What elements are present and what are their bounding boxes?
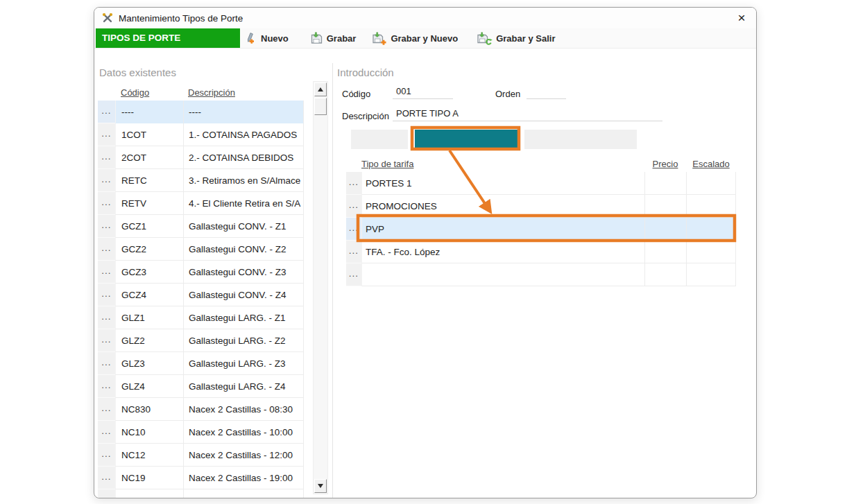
row-codigo: GCZ2 xyxy=(115,238,183,261)
row-codigo: NC830 xyxy=(115,398,183,421)
table-row[interactable]: ... GCZ1 Gallastegui CONV. - Z1 xyxy=(98,215,304,238)
tab[interactable] xyxy=(351,130,408,149)
row-options-button[interactable]: ... xyxy=(98,215,115,238)
row-options-button[interactable]: ... xyxy=(98,146,115,169)
table-row[interactable]: ... GCZ3 Gallastegui CONV. - Z3 xyxy=(98,261,304,284)
descripcion-column-header[interactable]: Descripción xyxy=(183,87,304,98)
row-descripcion: Gallastegui LARG. - Z1 xyxy=(183,306,304,329)
introduccion-title: Introducción xyxy=(337,67,394,78)
save-and-new-icon xyxy=(372,32,387,45)
tab[interactable] xyxy=(415,130,519,149)
row-options-button[interactable]: ... xyxy=(98,123,115,146)
row-codigo: NCB xyxy=(115,489,183,498)
scroll-down-button[interactable] xyxy=(314,479,327,493)
scrollbar-thumb[interactable] xyxy=(314,98,327,115)
row-options-button[interactable]: ... xyxy=(98,467,115,489)
table-row[interactable]: ... GCZ4 Gallastegui CONV. - Z4 xyxy=(98,284,304,306)
nuevo-button[interactable]: Nuevo xyxy=(245,32,289,44)
table-row[interactable]: ... RETV 4.- El Cliente Retira en S/A xyxy=(98,192,304,215)
table-row[interactable]: ... GLZ3 Gallastegui LARG. - Z3 xyxy=(98,352,304,375)
row-options-button[interactable]: ... xyxy=(98,284,115,306)
tarifa-row[interactable]: ... PORTES 1 xyxy=(346,172,736,195)
row-options-button[interactable]: ... xyxy=(98,398,115,421)
tarifa-precio xyxy=(644,218,686,241)
tarifa-row[interactable]: ... PROMOCIONES xyxy=(346,195,736,218)
grabar-button[interactable]: Grabar xyxy=(310,32,357,44)
row-options-button[interactable]: ... xyxy=(98,261,115,284)
row-codigo: NC10 xyxy=(115,421,183,444)
orden-input[interactable] xyxy=(527,85,566,99)
row-options-button[interactable]: ... xyxy=(346,241,361,263)
descripcion-field-label: Descripción xyxy=(342,111,389,121)
row-descripcion: Nacex 2 Castillas - 08:30 xyxy=(183,398,304,421)
tarifas-de-venta-table: Tipo de tarifa Precio Escalado ... PORTE… xyxy=(346,155,736,286)
close-icon[interactable]: × xyxy=(733,9,751,27)
row-descripcion: Gallastegui LARG. - Z3 xyxy=(183,352,304,375)
table-row[interactable]: ... 2COT 2.- COTAINSA DEBIDOS xyxy=(98,146,304,169)
datos-existentes-table: Código Descripción ... ---- ---- ... 1CO… xyxy=(98,84,304,498)
table-row[interactable]: ... GCZ2 Gallastegui CONV. - Z2 xyxy=(98,238,304,261)
table-row[interactable]: ... GLZ2 Gallastegui LARG. - Z2 xyxy=(98,329,304,352)
row-options-button[interactable]: ... xyxy=(98,329,115,352)
tarifa-row[interactable]: ... xyxy=(346,263,736,286)
table-row[interactable]: ... 1COT 1.- COTAINSA PAGADOS xyxy=(98,123,304,146)
row-options-button[interactable]: ... xyxy=(346,195,361,218)
row-options-button[interactable]: ... xyxy=(98,169,115,192)
datos-existentes-title: Datos existentes xyxy=(99,67,176,78)
row-codigo: GCZ1 xyxy=(115,215,183,238)
left-table-scrollbar[interactable] xyxy=(313,81,328,494)
row-options-button[interactable]: ... xyxy=(98,421,115,444)
descripcion-input[interactable]: PORTE TIPO A xyxy=(393,107,662,121)
row-descripcion: ---- xyxy=(183,101,304,123)
row-descripcion: Nacex 2 Castillas - 10:00 xyxy=(183,421,304,444)
row-options-button[interactable]: ... xyxy=(98,306,115,329)
codigo-column-header[interactable]: Código xyxy=(115,87,183,98)
escalado-column-header[interactable]: Escalado xyxy=(686,159,736,169)
scroll-up-button[interactable] xyxy=(314,82,327,96)
codigo-input[interactable]: 001 xyxy=(393,85,453,99)
row-descripcion: Gallastegui CONV. - Z4 xyxy=(183,284,304,306)
table-row[interactable]: ... GLZ4 Gallastegui LARG. - Z4 xyxy=(98,375,304,398)
row-options-button[interactable]: ... xyxy=(98,352,115,375)
row-options-button[interactable]: ... xyxy=(98,375,115,398)
tab[interactable] xyxy=(524,130,637,149)
table-row[interactable]: ... NCB Nacex 2 Castillas - INTERD xyxy=(98,489,304,498)
row-descripcion: Gallastegui CONV. - Z2 xyxy=(183,238,304,261)
table-row[interactable]: ... NC10 Nacex 2 Castillas - 10:00 xyxy=(98,421,304,444)
tarifa-escalado xyxy=(686,263,736,286)
row-options-button[interactable]: ... xyxy=(346,263,361,286)
grabar-y-salir-button[interactable]: Grabar y Salir xyxy=(477,32,555,45)
table-row[interactable]: ... NC830 Nacex 2 Castillas - 08:30 xyxy=(98,398,304,421)
table-row[interactable]: ... ---- ---- xyxy=(98,101,304,123)
row-codigo: ---- xyxy=(115,101,183,123)
tarifa-name: PROMOCIONES xyxy=(361,195,644,218)
row-options-button[interactable]: ... xyxy=(98,238,115,261)
row-options-button[interactable]: ... xyxy=(98,444,115,467)
crossed-tools-icon xyxy=(101,12,114,24)
grabar-y-nuevo-label: Grabar y Nuevo xyxy=(391,33,458,44)
row-codigo: NC12 xyxy=(115,444,183,467)
down-arrow-icon xyxy=(318,484,323,488)
tarifa-escalado xyxy=(686,172,736,195)
table-row[interactable]: ... NC19 Nacex 2 Castillas - 19:00 xyxy=(98,467,304,489)
row-codigo: RETC xyxy=(115,169,183,192)
row-descripcion: 2.- COTAINSA DEBIDOS xyxy=(183,146,304,169)
tarifa-row[interactable]: ... PVP xyxy=(346,218,736,241)
row-options-button[interactable]: ... xyxy=(98,101,115,123)
table-row[interactable]: ... GLZ1 Gallastegui LARG. - Z1 xyxy=(98,306,304,329)
tarifa-precio xyxy=(644,172,686,195)
row-options-button[interactable]: ... xyxy=(346,218,361,241)
row-options-button[interactable]: ... xyxy=(98,192,115,215)
tarifa-row[interactable]: ... TFA. - Fco. López xyxy=(346,241,736,263)
grabar-y-nuevo-button[interactable]: Grabar y Nuevo xyxy=(372,32,458,45)
row-options-button[interactable]: ... xyxy=(346,172,361,195)
tipo-de-tarifa-column-header[interactable]: Tipo de tarifa xyxy=(361,159,644,169)
row-descripcion: Nacex 2 Castillas - 19:00 xyxy=(183,467,304,489)
tarifa-table-header: Tipo de tarifa Precio Escalado xyxy=(346,155,736,172)
table-row[interactable]: ... NC12 Nacex 2 Castillas - 12:00 xyxy=(98,444,304,467)
row-descripcion: 1.- COTAINSA PAGADOS xyxy=(183,123,304,146)
row-options-button[interactable]: ... xyxy=(98,489,115,498)
precio-column-header[interactable]: Precio xyxy=(644,159,686,169)
table-row[interactable]: ... RETC 3.- Retiramos en S/Almace xyxy=(98,169,304,192)
tarifa-escalado xyxy=(686,218,736,241)
